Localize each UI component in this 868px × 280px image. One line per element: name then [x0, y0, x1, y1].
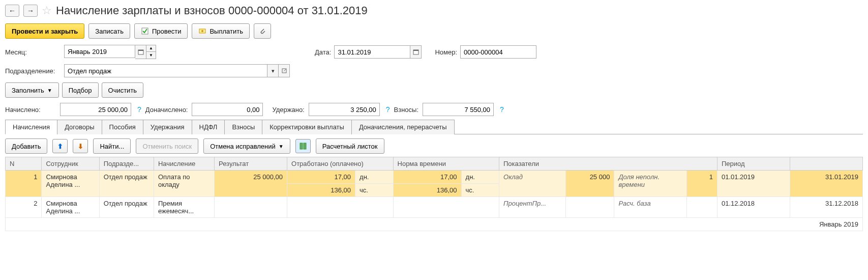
post-button[interactable]: Провести — [134, 23, 188, 39]
find-button[interactable]: Найти... — [93, 138, 131, 154]
tab-recalculations[interactable]: Доначисления, перерасчеты — [351, 120, 455, 134]
dept-label: Подразделение: — [5, 67, 61, 75]
cell-ind2-name: Расч. база — [614, 197, 687, 218]
col-result[interactable]: Результат — [215, 157, 287, 171]
payslip-button[interactable]: Расчетный листок — [316, 138, 384, 154]
col-employee[interactable]: Сотрудник — [42, 157, 99, 171]
period-note-cell: Январь 2019 — [6, 218, 863, 231]
withheld-input[interactable] — [309, 103, 380, 116]
post-button-label: Провести — [152, 27, 182, 35]
dept-dropdown-icon[interactable]: ▾ — [267, 64, 279, 77]
col-accrual[interactable]: Начисление — [154, 157, 214, 171]
move-up-button[interactable]: ⬆ — [52, 139, 68, 153]
date-input[interactable] — [334, 45, 410, 59]
select-button[interactable]: Подбор — [62, 82, 99, 98]
accrued-hint-icon[interactable]: ? — [137, 105, 141, 114]
svg-rect-9 — [304, 143, 306, 149]
tab-withholdings[interactable]: Удержания — [143, 120, 192, 134]
cell-accrual: Премия ежемесяч... — [154, 197, 214, 218]
cell-norm-hours-unit: чс. — [461, 184, 499, 197]
contrib-input[interactable] — [423, 103, 494, 116]
col-period-from[interactable]: Период — [717, 157, 790, 171]
date-label: Дата: — [315, 48, 331, 56]
contrib-hint-icon[interactable]: ? — [500, 105, 504, 114]
number-input[interactable] — [460, 45, 536, 59]
table-header-row: N Сотрудник Подразде... Начисление Резул… — [6, 157, 863, 171]
cell-period-to: 31.12.2018 — [790, 197, 862, 218]
clear-button[interactable]: Очистить — [102, 82, 144, 98]
svg-point-2 — [201, 30, 203, 32]
pay-icon — [198, 27, 206, 35]
paperclip-icon — [258, 27, 266, 35]
cell-dept: Отдел продаж — [99, 171, 154, 197]
attach-button[interactable] — [254, 23, 271, 39]
svg-rect-4 — [138, 50, 143, 51]
date-calendar-icon[interactable] — [410, 45, 422, 59]
cell-ind2-val: 1 — [687, 171, 717, 197]
month-input[interactable] — [64, 45, 135, 58]
col-worked[interactable]: Отработано (оплачено) — [287, 157, 394, 171]
cell-dept: Отдел продаж — [99, 197, 154, 218]
cell-ind1-name: Оклад — [499, 171, 566, 197]
nav-forward-button[interactable]: → — [23, 5, 38, 17]
cell-ind2-name: Доля неполн. времени — [614, 171, 687, 197]
cancel-corrections-label: Отмена исправлений — [210, 143, 276, 150]
post-icon — [141, 27, 149, 35]
col-indicators[interactable]: Показатели — [499, 157, 717, 171]
col-period-to[interactable] — [790, 157, 862, 171]
view-mode-toggle[interactable] — [295, 139, 311, 153]
dept-open-icon[interactable] — [279, 64, 290, 77]
columns-icon — [299, 142, 307, 150]
cell-employee: Смирнова Аделина ... — [42, 171, 99, 197]
add-row-button[interactable]: Добавить — [5, 138, 47, 154]
col-dept[interactable]: Подразде... — [99, 157, 154, 171]
cell-period-to: 31.01.2019 — [790, 171, 862, 197]
tab-benefits[interactable]: Пособия — [102, 120, 143, 134]
cancel-corrections-button[interactable]: Отмена исправлений ▼ — [203, 138, 290, 154]
write-button[interactable]: Записать — [88, 23, 130, 39]
post-and-close-button[interactable]: Провести и закрыть — [5, 23, 84, 39]
accrued-input[interactable] — [60, 103, 131, 116]
cell-norm-days: 17,00 — [393, 171, 461, 184]
fill-button-label: Заполнить — [12, 87, 44, 94]
chevron-down-icon: ▼ — [279, 144, 284, 149]
move-down-button[interactable]: ⬇ — [73, 139, 88, 153]
svg-rect-6 — [413, 50, 418, 51]
cell-worked-empty — [287, 197, 394, 218]
pay-button[interactable]: Выплатить — [192, 23, 250, 39]
tab-ndfl[interactable]: НДФЛ — [192, 120, 225, 134]
cell-worked-days-unit: дн. — [355, 171, 393, 184]
cell-ind1-val: 25 000 — [566, 171, 614, 197]
tab-accruals[interactable]: Начисления — [5, 120, 57, 134]
number-label: Номер: — [435, 48, 457, 56]
col-norm[interactable]: Норма времени — [393, 157, 499, 171]
table-row[interactable]: 2 Смирнова Аделина ... Отдел продаж Прем… — [6, 197, 863, 218]
fill-button[interactable]: Заполнить ▼ — [5, 82, 59, 98]
cell-norm-empty — [393, 197, 499, 218]
cell-norm-hours: 136,00 — [393, 184, 461, 197]
table-row[interactable]: 1 Смирнова Аделина ... Отдел продаж Опла… — [6, 171, 863, 184]
cancel-find-button: Отменить поиск — [136, 138, 198, 154]
cell-period-from: 01.01.2019 — [717, 171, 790, 197]
withheld-label: Удержано: — [272, 106, 304, 114]
tab-contracts[interactable]: Договоры — [57, 120, 102, 134]
tab-payment-corrections[interactable]: Корректировки выплаты — [262, 120, 352, 134]
cell-n: 1 — [6, 171, 42, 197]
tab-contributions[interactable]: Взносы — [224, 120, 262, 134]
addl-input[interactable] — [192, 103, 263, 116]
withheld-hint-icon[interactable]: ? — [386, 105, 390, 114]
month-spin-up[interactable]: ▲ — [146, 45, 156, 52]
accrued-label: Начислено: — [5, 106, 56, 114]
cell-worked-hours-unit: чс. — [355, 184, 393, 197]
month-calendar-icon[interactable] — [135, 45, 146, 59]
favorite-star-icon[interactable]: ☆ — [42, 4, 52, 17]
nav-back-button[interactable]: ← — [5, 5, 19, 17]
month-spin-down[interactable]: ▼ — [146, 52, 156, 59]
cell-ind2-val — [687, 197, 717, 218]
table-row-note: Январь 2019 — [6, 218, 863, 231]
col-n[interactable]: N — [6, 157, 42, 171]
dept-input[interactable] — [64, 64, 267, 77]
page-title: Начисление зарплаты и взносов 0000-00000… — [56, 4, 368, 17]
cell-ind1-name: ПроцентПр... — [499, 197, 566, 218]
month-label: Месяц: — [5, 48, 61, 56]
